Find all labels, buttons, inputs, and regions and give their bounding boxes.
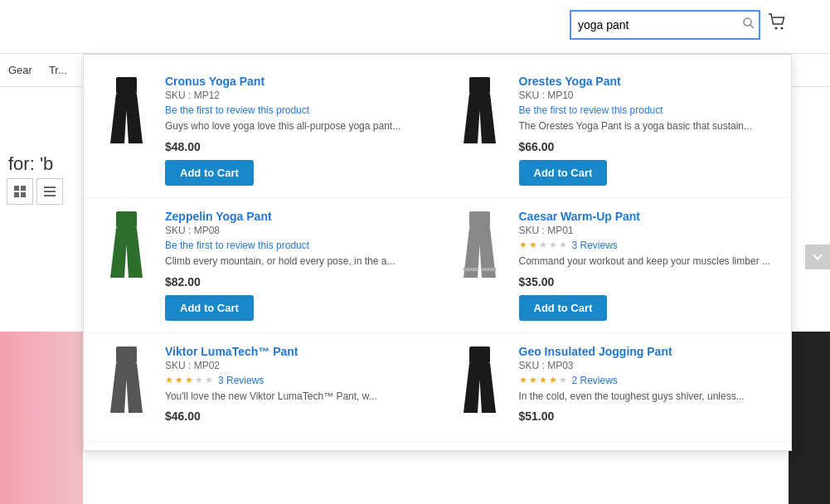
black-model-partial	[789, 332, 830, 504]
product-name-caesar[interactable]: Caesar Warm-Up Pant	[519, 210, 779, 223]
product-image-cronus	[97, 75, 155, 149]
star-2: ★	[175, 375, 183, 385]
product-review-zeppelin[interactable]: Be the first to review this product	[165, 240, 425, 251]
cart-button[interactable]	[767, 12, 789, 38]
search-dropdown: Cronus Yoga Pant SKU : MP12 Be the first…	[83, 54, 792, 451]
search-input-wrapper	[570, 10, 760, 40]
product-sku-caesar: SKU : MP01	[519, 225, 779, 236]
star-1: ★	[519, 375, 527, 385]
star-5: ★	[559, 240, 567, 250]
svg-rect-5	[21, 186, 26, 191]
product-name-zeppelin[interactable]: Zeppelin Yoga Pant	[165, 210, 425, 223]
scroll-down-arrow[interactable]	[805, 245, 830, 269]
pant-image-caesar	[457, 211, 502, 282]
svg-point-2	[775, 27, 778, 30]
grid-icon	[13, 185, 27, 198]
svg-rect-7	[21, 192, 26, 197]
product-price-geo: $51.00	[519, 410, 779, 423]
product-info-caesar: Caesar Warm-Up Pant SKU : MP01 ★ ★ ★ ★ ★…	[519, 210, 779, 321]
svg-point-0	[744, 18, 751, 26]
product-name-orestes[interactable]: Orestes Yoga Pant	[519, 75, 779, 88]
product-desc-caesar: Command your workout and keep your muscl…	[519, 254, 779, 269]
product-card-geo: Geo Insulated Jogging Pant SKU : MP03 ★ …	[438, 333, 792, 443]
product-sku-orestes: SKU : MP10	[519, 90, 779, 101]
product-stars-viktor: ★ ★ ★ ★ ★ 3 Reviews	[165, 375, 425, 386]
product-card-caesar: Caesar Warm-Up Pant SKU : MP01 ★ ★ ★ ★ ★…	[438, 198, 792, 333]
pant-image-cronus	[104, 77, 149, 148]
svg-rect-11	[116, 77, 137, 94]
list-view-button[interactable]	[36, 178, 63, 205]
add-to-cart-cronus[interactable]: Add to Cart	[165, 160, 254, 186]
search-button[interactable]	[742, 17, 755, 33]
product-grid: Cronus Yoga Pant SKU : MP12 Be the first…	[84, 63, 791, 442]
pant-image-geo	[457, 346, 502, 417]
list-icon	[43, 185, 56, 198]
product-review-cronus[interactable]: Be the first to review this product	[165, 104, 425, 116]
product-desc-orestes: The Orestes Yoga Pant is a yoga basic th…	[519, 119, 779, 133]
product-card-viktor: Viktor LumaTech™ Pant SKU : MP02 ★ ★ ★ ★…	[84, 333, 438, 443]
nav-item-tr[interactable]: Tr...	[49, 64, 67, 76]
top-bar	[0, 0, 830, 54]
search-result-text: for: 'b	[0, 153, 53, 175]
svg-rect-14	[469, 211, 490, 228]
svg-rect-17	[116, 346, 137, 363]
product-image-orestes	[451, 75, 509, 149]
product-stars-geo: ★ ★ ★ ★ ★ 2 Reviews	[519, 375, 779, 386]
star-1: ★	[519, 240, 527, 250]
product-price-orestes: $66.00	[519, 140, 779, 153]
svg-rect-9	[44, 191, 56, 192]
search-input[interactable]	[570, 10, 760, 40]
product-name-geo[interactable]: Geo Insulated Jogging Pant	[519, 345, 779, 358]
product-sku-cronus: SKU : MP12	[165, 90, 425, 101]
product-card-zeppelin: Zeppelin Yoga Pant SKU : MP08 Be the fir…	[84, 198, 438, 333]
product-name-viktor[interactable]: Viktor LumaTech™ Pant	[165, 345, 425, 358]
pink-model-partial	[0, 332, 83, 504]
product-price-viktor: $46.00	[165, 410, 425, 423]
product-sku-geo: SKU : MP03	[519, 360, 779, 371]
star-2: ★	[529, 240, 537, 250]
view-icons	[7, 178, 63, 205]
svg-rect-8	[44, 187, 56, 188]
svg-rect-6	[14, 192, 19, 197]
product-info-cronus: Cronus Yoga Pant SKU : MP12 Be the first…	[165, 75, 425, 186]
product-image-geo	[451, 345, 509, 419]
product-info-geo: Geo Insulated Jogging Pant SKU : MP03 ★ …	[519, 345, 779, 430]
product-price-caesar: $35.00	[519, 275, 779, 288]
star-2: ★	[529, 375, 537, 385]
product-review-orestes[interactable]: Be the first to review this product	[519, 104, 779, 116]
product-info-orestes: Orestes Yoga Pant SKU : MP10 Be the firs…	[519, 75, 779, 186]
star-3: ★	[539, 240, 547, 250]
pant-image-zeppelin	[104, 211, 149, 282]
review-count-viktor[interactable]: 3 Reviews	[218, 375, 264, 386]
product-image-zeppelin	[97, 210, 155, 284]
search-icon	[742, 17, 755, 30]
product-stars-caesar: ★ ★ ★ ★ ★ 3 Reviews	[519, 240, 779, 251]
star-5: ★	[205, 375, 213, 385]
svg-rect-12	[469, 77, 490, 94]
pant-image-orestes	[457, 77, 502, 148]
add-to-cart-orestes[interactable]: Add to Cart	[519, 160, 608, 186]
product-sku-viktor: SKU : MP02	[165, 360, 425, 371]
grid-view-button[interactable]	[7, 178, 33, 205]
product-image-caesar	[451, 210, 509, 284]
svg-rect-4	[14, 186, 19, 191]
nav-item-gear[interactable]: Gear	[8, 64, 32, 76]
cart-icon	[767, 12, 789, 33]
star-3: ★	[185, 375, 193, 385]
review-count-geo[interactable]: 2 Reviews	[572, 375, 618, 386]
add-to-cart-zeppelin[interactable]: Add to Cart	[165, 295, 254, 321]
add-to-cart-caesar[interactable]: Add to Cart	[519, 295, 608, 321]
review-count-caesar[interactable]: 3 Reviews	[572, 240, 618, 251]
svg-rect-10	[44, 195, 56, 196]
product-price-cronus: $48.00	[165, 140, 425, 153]
svg-rect-16	[482, 268, 496, 271]
search-bar-container	[570, 10, 789, 40]
product-info-zeppelin: Zeppelin Yoga Pant SKU : MP08 Be the fir…	[165, 210, 425, 321]
product-info-viktor: Viktor LumaTech™ Pant SKU : MP02 ★ ★ ★ ★…	[165, 345, 425, 430]
svg-rect-18	[469, 346, 490, 363]
product-sku-zeppelin: SKU : MP08	[165, 225, 425, 236]
product-desc-cronus: Guys who love yoga love this all-purpose…	[165, 119, 425, 133]
product-name-cronus[interactable]: Cronus Yoga Pant	[165, 75, 425, 88]
product-desc-geo: In the cold, even the toughest guys shiv…	[519, 390, 779, 404]
product-card-cronus: Cronus Yoga Pant SKU : MP12 Be the first…	[84, 63, 438, 198]
